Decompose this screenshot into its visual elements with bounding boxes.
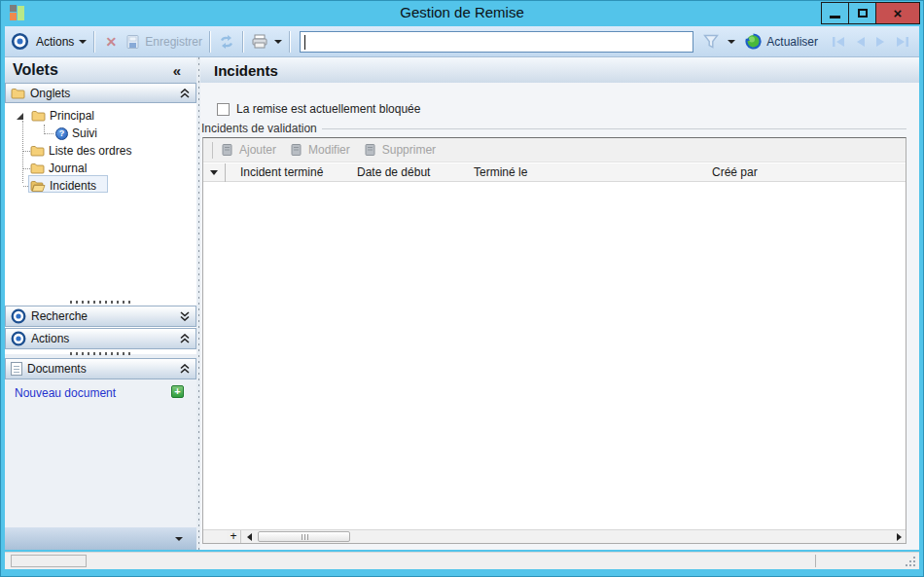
folder-icon [31, 110, 46, 122]
last-record-icon[interactable] [895, 36, 909, 48]
sidebar-header: Volets « [5, 57, 196, 83]
column-header[interactable]: Terminé le [474, 165, 527, 179]
save-icon[interactable] [125, 34, 141, 50]
chevron-down-icon[interactable] [175, 537, 183, 541]
search-input[interactable] [300, 31, 693, 53]
first-record-icon[interactable] [832, 36, 846, 48]
scroll-right-icon [897, 533, 902, 541]
maximize-button[interactable] [848, 2, 876, 24]
new-document-link[interactable]: Nouveau document [15, 386, 116, 400]
scrollbar-add-button[interactable]: + [227, 530, 241, 543]
incidents-grid: Ajouter Modifier Supprimer Incident term… [202, 137, 906, 544]
close-icon: × [894, 6, 903, 20]
remise-bloquee-checkbox[interactable] [217, 103, 230, 116]
main-toolbar: Actions ✕ Enregistrer Actualiser [5, 26, 919, 57]
modifier-button[interactable]: Modifier [290, 143, 350, 157]
tree-guide [44, 133, 53, 134]
scrollbar-thumb[interactable] [258, 531, 350, 542]
edit-row-icon [290, 143, 303, 157]
ajouter-button[interactable]: Ajouter [221, 143, 276, 157]
main-panel: Incidents La remise est actuellement blo… [200, 57, 919, 550]
status-divider [815, 555, 816, 567]
window-title: Gestion de Remise [1, 4, 923, 20]
tree-guide [23, 168, 30, 169]
blocked-checkbox-row: La remise est actuellement bloquée [217, 102, 420, 116]
actions-target-icon[interactable] [11, 32, 29, 51]
tree-item-incidents-selected[interactable]: Incidents [30, 177, 96, 195]
maximize-icon [858, 9, 868, 18]
actualiser-icon[interactable] [745, 33, 762, 50]
supprimer-button[interactable]: Supprimer [364, 143, 436, 157]
print-icon[interactable] [251, 34, 268, 50]
groupbox-line [316, 128, 906, 129]
sidebar-volets: Volets « Onglets Principal [5, 57, 196, 550]
sidebar-title: Volets [13, 61, 173, 79]
groupbox-label: Incidents de validation [201, 122, 322, 135]
horizontal-scrollbar: + [203, 529, 906, 543]
close-button[interactable]: × [875, 2, 920, 24]
filter-icon[interactable] [702, 34, 720, 50]
chevron-double-down-icon[interactable] [179, 311, 191, 321]
enregistrer-button[interactable]: Enregistrer [145, 35, 202, 49]
actions-menu-button[interactable]: Actions [36, 35, 74, 49]
delete-row-icon [364, 143, 377, 157]
sidebar-splitter[interactable] [5, 349, 196, 357]
section-actions[interactable]: Actions [5, 328, 196, 349]
section-documents[interactable]: Documents [5, 358, 196, 379]
sidebar-bottom-bar [5, 527, 196, 550]
column-header[interactable]: Incident terminé [240, 165, 323, 179]
grid-toolbar-separator [212, 142, 213, 159]
grid-body-empty[interactable] [203, 182, 906, 529]
scroll-left-icon [247, 533, 252, 541]
document-icon [11, 362, 22, 376]
chevron-double-up-icon[interactable] [179, 334, 191, 343]
refresh-icon[interactable] [218, 34, 235, 50]
tree-item-principal[interactable]: Principal [17, 107, 94, 125]
previous-record-icon[interactable] [854, 36, 867, 48]
print-dropdown-icon[interactable] [274, 40, 282, 44]
add-document-icon[interactable]: + [171, 385, 184, 398]
section-label: Recherche [31, 309, 179, 323]
scroll-right-button[interactable] [892, 530, 906, 543]
modifier-label: Modifier [308, 143, 350, 157]
minimize-button[interactable] [821, 2, 849, 24]
section-onglets[interactable]: Onglets [5, 83, 196, 103]
titlebar[interactable]: Gestion de Remise × [1, 1, 923, 26]
grid-header-row: Incident terminé Date de début Terminé l… [203, 163, 906, 182]
column-header[interactable]: Date de début [357, 165, 430, 179]
scroll-left-button[interactable] [242, 530, 256, 543]
filter-dropdown-icon[interactable] [728, 40, 735, 44]
section-recherche[interactable]: Recherche [5, 306, 196, 327]
resize-grip[interactable] [913, 564, 915, 566]
ajouter-label: Ajouter [239, 143, 276, 157]
tree-item-suivi[interactable]: ? Suivi [55, 125, 97, 142]
expander-expanded-icon[interactable] [17, 113, 23, 120]
folder-icon [11, 88, 25, 99]
tree-item-label: Principal [50, 109, 94, 123]
toolbar-separator [242, 31, 244, 53]
documents-panel: Nouveau document + [5, 379, 196, 529]
row-indicator-icon [210, 170, 218, 175]
chevron-double-up-icon[interactable] [179, 364, 191, 374]
collapse-sidebar-icon[interactable]: « [173, 62, 189, 79]
delete-icon[interactable]: ✕ [102, 34, 120, 50]
supprimer-label: Supprimer [382, 143, 436, 157]
chevron-double-up-icon[interactable] [179, 89, 191, 98]
app-body: Volets « Onglets Principal [5, 57, 919, 550]
text-cursor [304, 35, 305, 50]
minimize-icon [830, 16, 840, 18]
help-circle-icon: ? [55, 127, 68, 140]
folder-icon [30, 162, 45, 174]
actualiser-button[interactable]: Actualiser [766, 35, 818, 49]
toolbar-separator [209, 31, 211, 53]
folder-open-icon [30, 180, 46, 193]
column-header[interactable]: Créé par [712, 165, 758, 179]
next-record-icon[interactable] [874, 36, 887, 48]
tree-guide [22, 121, 23, 183]
page-title: Incidents [214, 62, 278, 79]
main-header: Incidents [200, 57, 919, 83]
actions-dropdown-icon[interactable] [79, 40, 87, 44]
sidebar-splitter[interactable] [5, 298, 196, 306]
tree-item-liste-des-ordres[interactable]: Liste des ordres [30, 142, 131, 160]
section-label: Onglets [30, 87, 179, 100]
